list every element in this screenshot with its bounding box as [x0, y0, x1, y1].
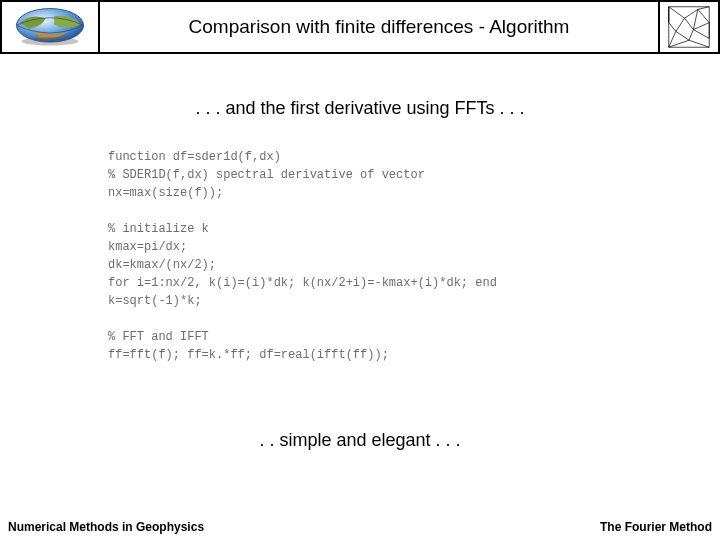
logo-cell: [2, 2, 100, 52]
footer-right: The Fourier Method: [600, 520, 712, 534]
mesh-cell: [658, 2, 718, 52]
title-cell: Comparison with finite differences - Alg…: [100, 2, 658, 52]
globe-logo-icon: [7, 6, 93, 48]
code-line: nx=max(size(f));: [108, 184, 628, 202]
header-bar: Comparison with finite differences - Alg…: [0, 0, 720, 54]
code-line: % initialize k: [108, 220, 628, 238]
code-line: dk=kmax/(nx/2);: [108, 256, 628, 274]
code-line: kmax=pi/dx;: [108, 238, 628, 256]
mesh-icon: [664, 5, 714, 49]
code-line: function df=sder1d(f,dx): [108, 148, 628, 166]
svg-point-1: [21, 37, 78, 45]
slide: Comparison with finite differences - Alg…: [0, 0, 720, 540]
code-line: ff=fft(f); ff=k.*ff; df=real(ifft(ff));: [108, 346, 628, 364]
code-block: function df=sder1d(f,dx) % SDER1D(f,dx) …: [108, 148, 628, 364]
code-blank: [108, 202, 628, 220]
code-line: for i=1:nx/2, k(i)=(i)*dk; k(nx/2+i)=-km…: [108, 274, 628, 292]
closing-text: . . simple and elegant . . .: [0, 430, 720, 451]
code-line: k=sqrt(-1)*k;: [108, 292, 628, 310]
subtitle: . . . and the first derivative using FFT…: [0, 98, 720, 119]
code-line: % FFT and IFFT: [108, 328, 628, 346]
code-line: % SDER1D(f,dx) spectral derivative of ve…: [108, 166, 628, 184]
footer: Numerical Methods in Geophysics The Four…: [8, 520, 712, 534]
slide-title: Comparison with finite differences - Alg…: [189, 16, 570, 38]
code-blank: [108, 310, 628, 328]
footer-left: Numerical Methods in Geophysics: [8, 520, 204, 534]
